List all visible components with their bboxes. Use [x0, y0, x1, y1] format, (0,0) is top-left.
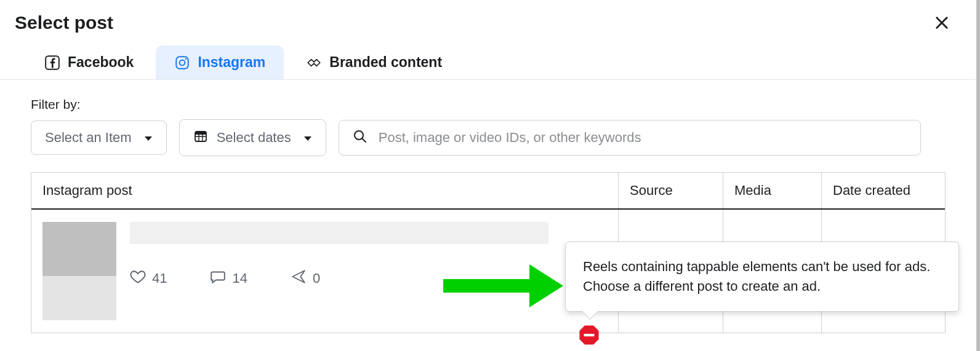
handshake-icon — [306, 55, 322, 71]
col-header-media: Media — [723, 173, 822, 208]
cell-post: 41 14 0 — [31, 210, 619, 333]
search-icon — [353, 129, 367, 146]
svg-rect-12 — [584, 334, 595, 336]
modal-header: Select post — [0, 0, 976, 39]
error-tooltip: Reels containing tappable elements can't… — [565, 242, 959, 312]
filter-by-label: Filter by: — [31, 97, 946, 112]
post-thumbnail — [42, 222, 116, 320]
comments-count: 14 — [232, 270, 247, 286]
search-input[interactable] — [379, 130, 907, 146]
share-icon — [291, 269, 307, 288]
instagram-icon — [174, 55, 190, 71]
source-tabs: Facebook Instagram Branded content — [0, 39, 976, 80]
svg-point-3 — [185, 58, 187, 60]
post-body: 41 14 0 — [130, 222, 607, 320]
col-header-source: Source — [619, 173, 723, 208]
svg-point-2 — [180, 60, 185, 65]
svg-rect-5 — [195, 132, 206, 135]
tab-instagram-label: Instagram — [198, 54, 265, 71]
dates-dropdown-label: Select dates — [217, 130, 291, 146]
error-tooltip-text: Reels containing tappable elements can't… — [583, 259, 930, 294]
item-dropdown-label: Select an Item — [45, 130, 132, 146]
close-button[interactable] — [932, 13, 952, 33]
select-post-modal: Select post Facebook Instagram Branded c… — [0, 0, 980, 351]
likes-count: 41 — [152, 270, 167, 286]
caret-down-icon — [303, 130, 312, 146]
caret-down-icon — [144, 130, 153, 146]
tab-branded-label: Branded content — [329, 54, 442, 71]
stat-likes: 41 — [130, 269, 167, 288]
col-header-post: Instagram post — [31, 173, 619, 208]
search-box[interactable] — [339, 120, 921, 156]
tab-facebook[interactable]: Facebook — [26, 45, 152, 79]
post-stats: 41 14 0 — [130, 269, 607, 288]
calendar-icon — [193, 128, 208, 147]
stat-comments: 14 — [210, 269, 247, 288]
stop-error-icon — [579, 325, 600, 345]
tab-instagram[interactable]: Instagram — [156, 45, 284, 79]
filter-section: Filter by: Select an Item Select dates — [0, 80, 976, 156]
heart-icon — [130, 269, 146, 288]
shares-count: 0 — [313, 270, 320, 286]
modal-title: Select post — [15, 12, 113, 33]
stat-shares: 0 — [291, 269, 320, 288]
tab-branded-content[interactable]: Branded content — [287, 45, 460, 79]
tab-facebook-label: Facebook — [68, 54, 134, 71]
item-dropdown[interactable]: Select an Item — [31, 120, 167, 155]
table-header-row: Instagram post Source Media Date created — [31, 173, 945, 210]
comment-icon — [210, 269, 226, 288]
col-header-date: Date created — [822, 173, 945, 208]
post-caption-placeholder — [130, 222, 548, 244]
dates-dropdown[interactable]: Select dates — [179, 119, 326, 156]
filter-row: Select an Item Select dates — [31, 119, 946, 156]
facebook-icon — [44, 55, 60, 71]
svg-line-8 — [362, 139, 366, 143]
close-icon — [933, 14, 950, 31]
